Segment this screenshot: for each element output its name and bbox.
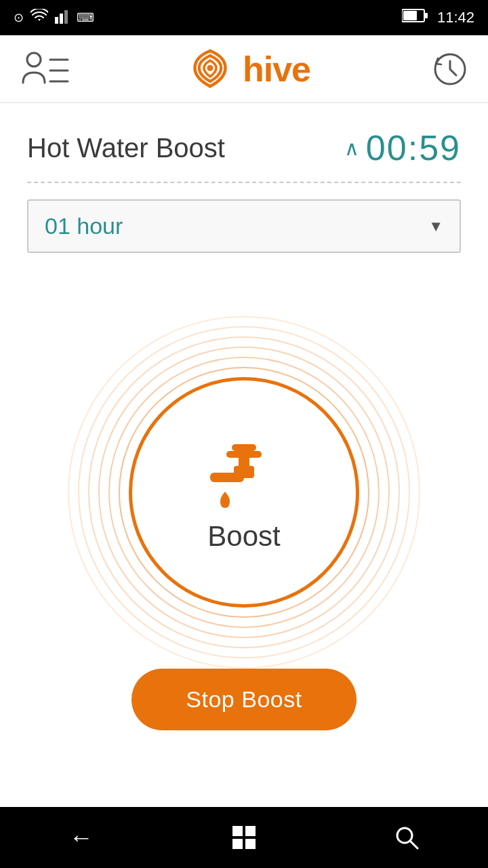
svg-rect-20 <box>245 839 256 849</box>
svg-line-22 <box>410 841 418 848</box>
hive-logo-icon <box>186 45 235 94</box>
app-logo: hive <box>186 45 310 94</box>
svg-rect-19 <box>232 839 243 849</box>
header-right[interactable] <box>427 52 468 87</box>
home-icon <box>232 825 256 850</box>
main-content: Hot Water Boost ∧ 00:59 01 hour ▼ <box>0 103 488 807</box>
svg-rect-15 <box>232 444 256 451</box>
timer-area: ∧ 00:59 <box>344 127 461 168</box>
svg-rect-0 <box>55 17 58 24</box>
keyboard-icon: ⌨ <box>77 10 94 25</box>
header-left <box>20 49 69 90</box>
svg-rect-17 <box>232 826 243 836</box>
data-icon <box>55 9 70 27</box>
back-button[interactable]: ← <box>54 810 108 865</box>
svg-point-10 <box>207 64 213 71</box>
boost-rings: Boost <box>68 316 420 669</box>
signal-icon: ⊙ <box>14 10 24 25</box>
boost-area: Boost Stop Boost <box>27 273 461 807</box>
battery-icon <box>402 8 428 27</box>
svg-rect-4 <box>424 13 428 18</box>
status-icons: ⊙ ⌨ <box>14 9 94 27</box>
timer-display: 00:59 <box>366 127 461 168</box>
timer-chevron-icon: ∧ <box>344 136 359 160</box>
home-button[interactable] <box>217 810 271 865</box>
app-name: hive <box>243 49 310 90</box>
title-row: Hot Water Boost ∧ 00:59 <box>27 103 461 183</box>
duration-dropdown[interactable]: 01 hour ▼ <box>27 199 461 253</box>
status-right: 11:42 <box>402 8 474 27</box>
svg-rect-13 <box>210 473 244 482</box>
faucet-icon <box>197 432 291 513</box>
svg-point-6 <box>27 53 41 66</box>
app-header: hive <box>0 35 488 103</box>
boost-circle-label: Boost <box>207 520 280 553</box>
svg-rect-18 <box>245 826 256 836</box>
boost-button-circle[interactable]: Boost <box>129 377 359 608</box>
dropdown-value: 01 hour <box>45 213 123 239</box>
accounts-icon[interactable] <box>20 49 69 90</box>
back-icon: ← <box>69 823 94 852</box>
svg-rect-16 <box>226 451 262 458</box>
history-icon[interactable] <box>432 52 468 87</box>
svg-rect-5 <box>403 11 417 20</box>
svg-rect-2 <box>64 10 68 24</box>
dropdown-arrow-icon: ▼ <box>428 218 443 235</box>
page-title: Hot Water Boost <box>27 133 225 163</box>
time-display: 11:42 <box>437 9 474 26</box>
search-icon <box>394 825 419 850</box>
stop-boost-button[interactable]: Stop Boost <box>131 669 356 730</box>
svg-rect-1 <box>60 14 63 24</box>
duration-dropdown-container: 01 hour ▼ <box>27 199 461 253</box>
status-bar: ⊙ ⌨ 11:42 <box>0 0 488 35</box>
bottom-nav-bar: ← <box>0 807 488 868</box>
search-button[interactable] <box>380 810 434 865</box>
wifi-icon <box>30 9 48 27</box>
